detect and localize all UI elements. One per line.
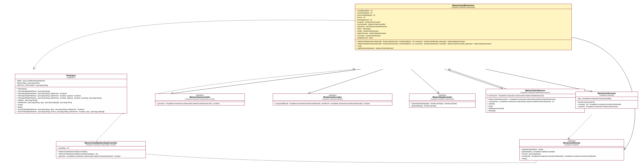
fields-section: - buffer : java.io.BufferedOutputStream … [15, 79, 127, 87]
class-package-label: broadwick.montecarlo [521, 144, 622, 146]
dep-scenario-results [568, 114, 592, 139]
class-markovchainobserver: MarkovChainObserver broadwick.montecarlo… [486, 89, 585, 113]
assoc-mcmc-stepgen [411, 69, 439, 93]
class-name-label: FileOutput [66, 75, 76, 77]
method-row: + join(results : broadwick.montecarlo.Mo… [521, 155, 623, 157]
field-row: - buffer : java.io.BufferedOutputStream [16, 80, 126, 82]
assoc-mcmc-scenario [486, 69, 592, 92]
method-row: + run(seed : int) : broadwick.montecarlo… [577, 103, 637, 105]
field-row: - burnIn : int [356, 16, 570, 19]
field-row: - maxSteps : int [57, 147, 144, 149]
method-row: + MarkovChainObserver(mc : broadwick.mon… [487, 98, 584, 100]
class-title: MarkovChainObserver broadwick.montecarlo… [486, 89, 584, 94]
method-row: + FileOutput() [16, 88, 126, 90]
method-row: + run() [356, 45, 570, 47]
class-package-label: broadwick.io [17, 77, 125, 78]
class-package-label: broadwick.montecarlo [577, 94, 636, 96]
method-row: + getSamples() : broadwick.statistics.Sa… [521, 150, 623, 153]
method-row: + started() [487, 103, 584, 105]
method-row: + flush() [16, 106, 126, 108]
assoc-mcmc-acceptor [308, 69, 383, 93]
class-title: MarkovChainMaxNumStepController broadwic… [56, 141, 146, 146]
fields-section: - maxSteps : int [56, 146, 146, 150]
method-row: + write(format : java.lang.String, args … [16, 101, 126, 104]
method-row: + compareTo(o : broadwick.montecarlo.mar… [487, 100, 584, 103]
methods-section: + MarkovChainObserver(mc : broadwick.mon… [486, 98, 584, 112]
field-row: - consumer : MonteCarloResults [356, 35, 570, 37]
method-row: + saveToFile(dataFileName : java.lang.St… [16, 110, 126, 113]
class-markovchainmontecarlo: MarkovChainMonteCarlo broadwick.montecar… [355, 4, 572, 50]
method-row: + goOn(mc : broadwick.montecarlo.markovc… [156, 102, 244, 105]
field-row: - fileEncoding : java.lang.String [16, 82, 126, 84]
empty-fields [155, 101, 244, 102]
method-row: + close() [16, 104, 126, 106]
stereotype-label: «interface» [411, 94, 474, 96]
field-row: - observers : Set<MarkovChainObserver> [356, 26, 570, 28]
class-package-label: broadwick.montecarlo.markovchain [411, 98, 474, 100]
field-row: - model : MonteCarloScenario [356, 30, 570, 32]
method-row: + finished() [487, 110, 584, 112]
stereotype-label: «interface» [157, 94, 243, 96]
methods-section: + MarkovChainMonteCarlo(model : MonteCar… [355, 40, 572, 50]
dep-controller-mcmc [159, 69, 355, 93]
field-row: # monteCarlo : broadwick.montecarlo.mark… [487, 95, 584, 97]
class-package-label: broadwick.montecarlo.markovchain [357, 7, 570, 8]
dep-mcmc-fileoutput [34, 20, 355, 69]
method-row: + reset() [521, 157, 623, 160]
field-row: - numSimulations : int [356, 12, 570, 14]
class-title: «interface» MarkovChainController broadw… [155, 94, 244, 101]
assoc-mcmc-controller [171, 69, 360, 93]
method-row: + addObserver(observer : MarkovChainObse… [356, 47, 570, 49]
class-name-label: MarkovChainMaxNumStepController [85, 142, 117, 144]
class-name-label: MarkovStepGenerator [432, 96, 452, 98]
methods-section: + goOn(mc : broadwick.montecarlo.markovc… [155, 102, 244, 105]
class-package-label: broadwick.montecarlo.markovchain.observe… [488, 92, 583, 93]
method-row: + MarkovChainMonteCarlo(model : MonteCar… [356, 40, 570, 43]
class-markovchaincontroller: «interface» MarkovChainController broadw… [155, 93, 245, 105]
class-name-label: MonteCarloAcceptor [324, 96, 342, 98]
class-markovchainmaxnumstepcontroller: MarkovChainMaxNumStepController broadwic… [56, 141, 146, 158]
empty-fields [273, 101, 392, 102]
class-fileoutput: FileOutput broadwick.io - buffer : java.… [15, 74, 127, 113]
class-title: «interface» MonteCarloResults broadwick.… [520, 139, 624, 146]
class-name-label: MarkovChainObserver [525, 90, 545, 92]
assoc-mcmc-observer-1 [445, 69, 502, 89]
method-row: + MarkovChainMaxNumStepController() [57, 150, 144, 153]
class-name-label: MonteCarloScenario [598, 92, 616, 94]
fields-section: # monteCarlo : broadwick.montecarlo.mark… [486, 94, 584, 98]
method-row: + MonteCarloScenario() [577, 101, 637, 103]
method-row: + toCsv() : java.lang.String [521, 153, 623, 155]
methods-section: + MonteCarloScenario() + run(seed : int)… [576, 100, 638, 108]
empty-fields [520, 146, 624, 148]
class-title: MarkovChainMonteCarlo broadwick.montecar… [355, 4, 572, 9]
field-row: - writer : FileOutput [356, 28, 570, 30]
method-row: + FileOutput(dataFileName : java.lang.St… [16, 92, 126, 95]
field-row: - thinningInterval : int [356, 19, 570, 21]
methods-section: + getExpectedValue() : double + getSampl… [520, 148, 624, 160]
class-title: MonteCarloScenario broadwick.montecarlo [576, 92, 638, 97]
class-name-label: MonteCarloResults [563, 142, 580, 144]
class-title: «interface» MonteCarloAcceptor broadwick… [273, 94, 392, 101]
method-row: + saveToFile(dataFileName : java.lang.St… [16, 108, 126, 110]
class-package-label: broadwick.montecarlo.markovchain.control… [157, 98, 243, 100]
class-package-label: broadwick.montecarlo.markovchain.control… [58, 144, 144, 146]
method-row: + step() [487, 105, 584, 107]
field-row: - step : broadwick.montecarlo.MonteCarlo… [577, 97, 637, 100]
empty-fields [409, 101, 475, 102]
method-row: + accept(oldResult : broadwick.montecarl… [274, 102, 391, 105]
method-row: + copyOf() : broadwick.montecarlo.MonteC… [577, 105, 637, 108]
dep-maxnum-results-part [113, 150, 536, 163]
fields-section: - step : broadwick.montecarlo.MonteCarlo… [576, 97, 638, 100]
method-row: + MarkovChainMaxNumStepController(maxSte… [57, 153, 144, 155]
class-name-label: MarkovChainController [190, 96, 210, 98]
method-row: + FileOutput(dataFileName : java.lang.St… [16, 90, 126, 92]
class-markovstepgenerator: «interface» MarkovStepGenerator broadwic… [409, 93, 476, 108]
method-row: + takeMeasurements() [487, 107, 584, 110]
realize-maxnum-controller [96, 111, 124, 141]
field-row: - numAcceptedSteps : int [356, 14, 570, 16]
stereotype-label: «interface» [521, 140, 622, 142]
assoc-mcmc-observer-2 [448, 69, 506, 89]
field-row: - acceptor : MonteCarloAcceptor [356, 21, 570, 23]
class-title: FileOutput broadwick.io [15, 74, 127, 79]
method-row: + getInitialStep() : MonteCarloStep [410, 105, 474, 107]
